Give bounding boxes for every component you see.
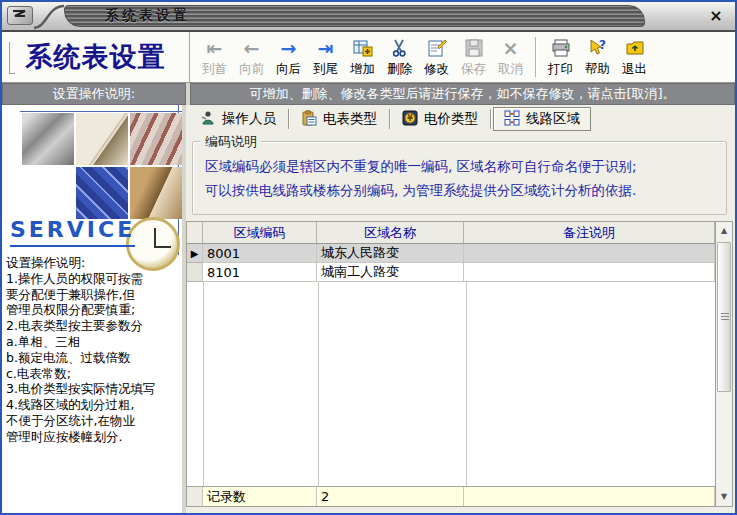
toolbar-button-label: 删除	[387, 61, 412, 78]
toolbar: ⇤ 到首 ← 向前 → 向后 ⇥ 到尾	[190, 32, 735, 82]
bottom-strip	[186, 507, 735, 512]
table-empty-area	[187, 282, 715, 486]
tab-meter-type[interactable]: 电表类型	[291, 107, 387, 131]
toolbar-button-label: 到尾	[313, 61, 338, 78]
decor-line	[20, 111, 183, 112]
toolbar-button-first: ⇤ 到首	[196, 34, 233, 80]
toolbar-button-delete[interactable]: 删除	[381, 34, 418, 80]
grid-line	[203, 282, 204, 486]
toolbar-button-label: 打印	[548, 61, 573, 78]
note-line: 可以按供电线路或楼栋分别编码, 为管理系统提供分区域统计分析的依据.	[205, 178, 716, 202]
vertical-scrollbar[interactable]: ▲ ▼	[715, 222, 732, 506]
edit-icon	[427, 36, 447, 60]
instructions-text: 设置操作说明: 1.操作人员的权限可按需 要分配便于兼职操作,但 管理员权限分配…	[6, 255, 182, 445]
tab-separator	[490, 109, 491, 129]
sidebar-caption-bar: 设置操作说明:	[2, 83, 186, 105]
toolbar-button-last[interactable]: ⇥ 到尾	[307, 34, 344, 80]
toolbar-separator	[535, 37, 536, 77]
toolbar-button-label: 向后	[276, 61, 301, 78]
row-indicator-header	[187, 222, 203, 244]
titlebar: 系统表设置 ×	[2, 2, 735, 32]
instruction-line: 不便于分区统计,在物业	[6, 413, 182, 429]
toolbar-button-print[interactable]: 打印	[542, 34, 579, 80]
instruction-line: 管理时应按楼幢划分.	[6, 429, 182, 445]
cell-note[interactable]	[464, 244, 715, 263]
toolbar-button-help[interactable]: ? 帮助	[579, 34, 616, 80]
collage-tools-photo	[22, 113, 74, 165]
scroll-up-arrow-icon[interactable]: ▲	[716, 223, 732, 239]
record-count-label: 记录数	[203, 487, 317, 506]
tab-operators[interactable]: 操作人员	[190, 107, 286, 131]
tab-separator	[288, 109, 289, 129]
svg-text:¥: ¥	[407, 114, 413, 123]
footer-indicator	[187, 487, 203, 506]
column-header-area-name[interactable]: 区域名称	[317, 222, 464, 244]
instruction-line: 1.操作人员的权限可按需	[6, 271, 182, 287]
tab-label: 线路区域	[526, 110, 580, 128]
area-table-main: 区域编码 区域名称 备注说明 ▶ 8001 城东人民路变 8101 城南工人路变	[187, 222, 715, 506]
instruction-line: c.电表常数;	[6, 366, 182, 382]
instruction-line: 设置操作说明:	[6, 255, 182, 271]
toolbar-button-cancel: × 取消	[492, 34, 529, 80]
table-footer-row: 记录数 2	[187, 486, 715, 506]
titlebar-swoosh	[32, 4, 66, 30]
tab-separator	[389, 109, 390, 129]
toolbar-button-label: 退出	[622, 61, 647, 78]
tab-label: 电价类型	[424, 110, 478, 128]
cell-area-name[interactable]: 城东人民路变	[317, 244, 464, 263]
groupbox-legend: 编码说明	[201, 133, 261, 151]
window-title: 系统表设置	[105, 7, 190, 25]
cell-area-name[interactable]: 城南工人路变	[317, 263, 464, 282]
toolbar-button-next[interactable]: → 向后	[270, 34, 307, 80]
collage-pencils-photo	[130, 113, 182, 165]
record-count-value: 2	[317, 487, 464, 506]
tab-line-area[interactable]: 线路区域	[493, 107, 591, 131]
instruction-line: a.单相、三相	[6, 334, 182, 350]
exit-icon	[625, 36, 645, 60]
operator-icon	[200, 110, 216, 129]
meter-type-icon	[301, 110, 317, 129]
tab-price-type[interactable]: ¥ 电价类型	[392, 107, 488, 131]
instruction-line: 要分配便于兼职操作,但	[6, 287, 182, 303]
table-row[interactable]: 8101 城南工人路变	[187, 263, 715, 282]
prev-icon: ←	[244, 36, 260, 60]
toolbar-button-edit[interactable]: 修改	[418, 34, 455, 80]
code-description-groupbox: 编码说明 区域编码必须是辖区内不重复的唯一编码, 区域名称可自行命名便于识别; …	[192, 141, 727, 215]
instruction-line: 4.线路区域的划分过粗,	[6, 397, 182, 413]
close-button[interactable]: ×	[707, 7, 725, 25]
table-header-row: 区域编码 区域名称 备注说明	[187, 222, 715, 244]
cell-note[interactable]	[464, 263, 715, 282]
service-text: SERVICE	[10, 217, 135, 247]
footer-empty-cell	[464, 487, 715, 506]
toolbar-button-save: 保存	[455, 34, 492, 80]
instruction-line: 3.电价类型按实际情况填写	[6, 381, 182, 397]
print-icon	[551, 36, 571, 60]
row-indicator	[187, 263, 203, 282]
grid-line	[318, 282, 319, 486]
save-icon	[464, 36, 484, 60]
svg-text:?: ?	[599, 38, 606, 52]
add-icon	[353, 36, 373, 60]
system-table-settings-window: 系统表设置 × 系统表设置 ⇤ 到首 ← 向前 → 向后 ⇥ 到尾	[0, 0, 737, 515]
content: SERVICE 设置操作说明: 1.操作人员的权限可按需 要分配便于兼职操作,但…	[2, 105, 735, 513]
scrollbar-thumb[interactable]	[717, 242, 731, 392]
toolbar-button-label: 增加	[350, 61, 375, 78]
column-header-note[interactable]: 备注说明	[464, 222, 715, 244]
column-header-area-code[interactable]: 区域编码	[203, 222, 317, 244]
instruction-line: b.额定电流、过载倍数	[6, 350, 182, 366]
toolbar-button-prev: ← 向前	[233, 34, 270, 80]
toolbar-button-exit[interactable]: 退出	[616, 34, 653, 80]
last-icon: ⇥	[318, 36, 334, 60]
collage-person-photo	[130, 167, 182, 219]
first-icon: ⇤	[207, 36, 223, 60]
table-row[interactable]: ▶ 8001 城东人民路变	[187, 244, 715, 263]
scroll-down-arrow-icon[interactable]: ▼	[716, 489, 732, 505]
toolbar-button-label: 到首	[202, 61, 227, 78]
toolbar-button-add[interactable]: 增加	[344, 34, 381, 80]
cell-area-code[interactable]: 8101	[203, 263, 317, 282]
note-line: 区域编码必须是辖区内不重复的唯一编码, 区域名称可自行命名便于识别;	[205, 154, 716, 178]
cancel-icon: ×	[503, 36, 519, 60]
cell-area-code[interactable]: 8001	[203, 244, 317, 263]
row-indicator: ▶	[187, 244, 203, 263]
area-table: 区域编码 区域名称 备注说明 ▶ 8001 城东人民路变 8101 城南工人路变	[186, 221, 733, 507]
